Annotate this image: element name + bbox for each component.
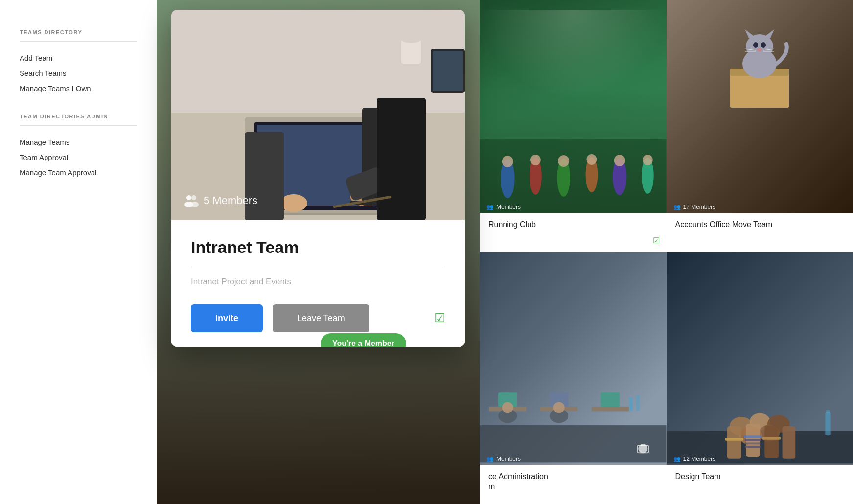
svg-point-4 [530,155,541,165]
svg-point-21 [758,48,761,51]
modal-photo [171,10,465,220]
people-icon: 👥 [486,204,494,210]
sidebar-item-team-approval[interactable]: Team Approval [20,150,137,165]
sidebar-section-title-admin: TEAM DIRECTORIES ADMIN [20,114,137,119]
svg-rect-51 [725,438,743,441]
team-card-running-club[interactable]: 👥 Members Running Club ☑ [480,0,667,252]
team-card-office-admin[interactable]: 👥 Members ce Administrationm [480,252,667,504]
sidebar-section-title-teams: TEAMS DIRECTORY [20,29,137,35]
sidebar-item-search-teams[interactable]: Search Teams [20,66,137,81]
team-card-accounts-office[interactable]: 👥 17 Members Accounts Office Move Team [667,0,853,252]
running-club-info: Running Club ☑ [480,213,667,252]
modal-team-description: Intranet Project and Events [191,277,445,287]
modal-content-area: Intranet Team Intranet Project and Event… [171,220,465,347]
svg-point-66 [280,194,307,212]
accounts-members-count: 👥 17 Members [673,204,716,210]
running-club-edit-icon[interactable]: ☑ [653,236,660,245]
svg-point-8 [586,154,597,165]
sidebar-item-manage-team-approval[interactable]: Manage Team Approval [20,165,137,180]
sidebar-divider-2 [20,125,137,126]
svg-rect-56 [745,446,761,448]
modal-image: 5 Members [171,10,465,220]
svg-rect-57 [825,412,830,435]
design-team-members-count: 👥 12 Members [673,456,716,462]
svg-marker-17 [745,29,755,38]
svg-point-85 [191,202,199,207]
modal-team-title: Intranet Team [191,238,445,257]
sidebar-section-teams-directory: TEAMS DIRECTORY Add Team Search Teams Ma… [20,29,137,96]
modal-members-info: 5 Members [183,193,257,208]
svg-rect-47 [727,426,741,459]
invite-button[interactable]: Invite [191,304,263,332]
svg-point-19 [753,42,758,48]
svg-rect-76 [377,98,426,220]
modal-people-icon [183,193,199,208]
design-team-info: Design Team [667,465,853,504]
svg-rect-54 [745,439,761,441]
member-check-icon: ☑ [434,311,445,326]
sidebar-divider-1 [20,41,137,42]
people-icon-4: 👥 [673,456,681,462]
svg-rect-80 [433,51,463,91]
sidebar-item-add-team[interactable]: Add Team [20,50,137,66]
svg-point-10 [614,155,625,166]
svg-rect-49 [764,425,779,458]
modal-action-buttons: Invite Leave Team ☑ [191,304,445,332]
member-badge: You're a Member [321,333,406,347]
accounts-office-info: Accounts Office Move Team [667,213,853,252]
leave-team-button[interactable]: Leave Team [273,304,369,332]
svg-rect-37 [629,397,633,412]
sidebar: TEAMS DIRECTORY Add Team Search Teams Ma… [0,0,157,504]
svg-point-34 [502,402,513,413]
sidebar-section-admin: TEAM DIRECTORIES ADMIN Manage Teams Team… [20,114,137,180]
sidebar-item-manage-teams[interactable]: Manage Teams [20,135,137,150]
team-detail-modal: 5 Members Intranet Team Intranet Project… [171,10,465,347]
svg-rect-29 [592,407,629,412]
people-icon-3: 👥 [486,456,494,462]
office-admin-name: ce Administrationm [488,472,548,491]
running-club-name: Running Club [488,220,536,229]
svg-point-78 [401,35,421,43]
svg-marker-18 [764,29,774,38]
svg-rect-55 [745,442,761,444]
sidebar-item-manage-teams-own[interactable]: Manage Teams I Own [20,81,137,96]
svg-point-6 [558,155,569,167]
svg-rect-50 [782,426,795,459]
team-card-design[interactable]: 👥 12 Members Design Team [667,252,853,504]
svg-rect-53 [762,437,781,440]
modal-members-count: 5 Members [204,194,257,207]
svg-rect-58 [826,410,830,414]
svg-point-12 [643,155,653,165]
office-admin-info: ce Administrationm [480,465,667,504]
people-icon-2: 👥 [673,204,681,210]
design-team-name: Design Team [675,472,721,481]
running-club-members-count: 👥 Members [486,204,521,210]
svg-point-82 [186,195,191,200]
modal-content-divider [191,267,445,267]
svg-point-36 [553,402,565,413]
svg-rect-38 [636,395,640,411]
svg-point-84 [191,195,196,200]
svg-point-2 [502,156,513,167]
team-cards-grid: 👥 Members Running Club ☑ [480,0,853,504]
svg-point-20 [761,42,766,48]
accounts-office-name: Accounts Office Move Team [675,220,773,229]
svg-rect-52 [743,435,762,438]
svg-rect-32 [601,392,620,407]
office-admin-members-count: 👥 Members [486,456,521,462]
svg-point-16 [746,34,773,59]
